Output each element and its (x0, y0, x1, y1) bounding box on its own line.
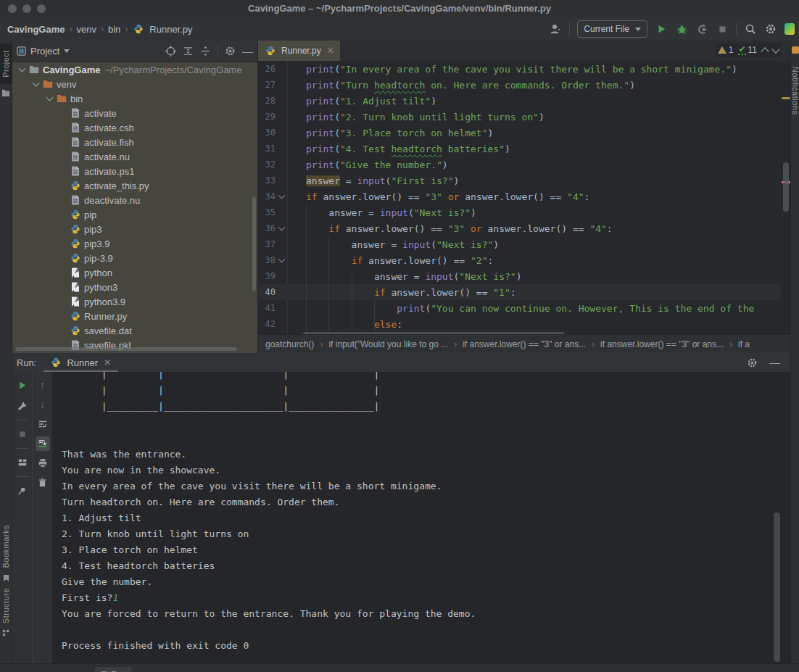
code-line-31[interactable]: 31print("4. Test headtorch batteries") (258, 141, 781, 157)
close-run-tab-icon[interactable]: ✕ (104, 357, 111, 368)
tree-item-runner-py[interactable]: Runner.py (12, 309, 257, 323)
chevron-down-icon[interactable] (44, 97, 55, 100)
tree-item-activate[interactable]: activate (12, 106, 257, 120)
warning-stripe-mark[interactable] (782, 97, 790, 99)
tree-item-pip3[interactable]: pip3 (12, 222, 257, 236)
tree-item-savefile-dat[interactable]: savefile.dat (12, 323, 257, 338)
tool-stripe-project-button[interactable]: Project (0, 43, 12, 84)
panel-settings-gear-icon[interactable] (225, 46, 236, 57)
status-bar-item-problems[interactable]: Problems (367, 668, 410, 672)
fold-region-icon[interactable] (276, 259, 287, 262)
code-line-27[interactable]: 27print("Turn headtorch on. Here are com… (258, 77, 781, 93)
tool-stripe-structure-button[interactable]: Structure (1, 588, 10, 623)
tree-item-activate-ps1[interactable]: activate.ps1 (12, 164, 257, 178)
breadcrumb-venv[interactable]: venv (76, 24, 96, 35)
code-editor[interactable]: 26print("In every area of the cave you v… (258, 61, 781, 335)
stop-button[interactable] (716, 22, 729, 36)
editor-breadcrumb-item[interactable]: goatchurch() (265, 339, 314, 349)
tree-item-activate-this-py[interactable]: activate_this.py (12, 178, 257, 193)
pin-tab-icon[interactable] (15, 484, 30, 498)
code-line-30[interactable]: 30print("3. Place torch on helmet") (258, 125, 781, 141)
code-line-36[interactable]: 36 if answer.lower() == "3" or answer.lo… (258, 220, 781, 236)
scroll-to-end-icon[interactable] (36, 436, 50, 451)
hide-run-panel-button[interactable]: — (769, 359, 780, 366)
status-bar-item-python-console[interactable]: Python Console (285, 668, 352, 672)
tree-item-pip[interactable]: pip (12, 207, 257, 222)
collapse-all-icon[interactable] (200, 46, 211, 57)
project-tree-vertical-scrollbar[interactable] (252, 196, 256, 291)
code-line-28[interactable]: 28print("1. Adjust tilt") (258, 93, 781, 109)
soft-wrap-icon[interactable] (36, 417, 50, 431)
editor-breadcrumb-item[interactable]: if answer.lower() == "3" or ans... (600, 339, 724, 349)
code-with-me-icon[interactable] (784, 22, 795, 36)
status-bar-item-version-control[interactable]: Version Control (15, 668, 79, 672)
next-problem-icon[interactable] (771, 45, 779, 53)
breadcrumb-bin[interactable]: bin (108, 24, 120, 35)
code-line-42[interactable]: 42 else: (258, 316, 781, 332)
tree-item-activate-nu[interactable]: activate.nu (12, 149, 257, 164)
hide-panel-button[interactable]: — (242, 48, 253, 55)
run-with-coverage-button[interactable] (695, 22, 708, 36)
expand-all-icon[interactable] (183, 46, 194, 57)
editor-vertical-scrollbar[interactable] (783, 162, 789, 212)
user-account-icon[interactable] (549, 22, 562, 36)
tool-stripe-notifications-button[interactable]: Notifications (791, 67, 799, 115)
stop-process-button[interactable] (15, 427, 30, 441)
code-line-41[interactable]: 41 print("You can now continue on. Howev… (258, 300, 781, 316)
code-line-38[interactable]: 38 if answer.lower() == "2": (258, 252, 781, 268)
status-bar-item-terminal[interactable]: Terminal (427, 668, 468, 672)
code-line-37[interactable]: 37 answer = input("Next is?") (258, 236, 781, 252)
fold-region-icon[interactable] (276, 195, 287, 198)
chevron-down-icon[interactable] (64, 49, 70, 53)
locate-file-icon[interactable] (165, 46, 176, 57)
up-stack-trace-icon[interactable]: ↑ (36, 378, 50, 392)
tree-item-bin[interactable]: bin (12, 91, 257, 106)
status-bar-item-todo[interactable]: TODO (236, 668, 269, 672)
tree-item-venv[interactable]: venv (12, 77, 257, 91)
chevron-down-icon[interactable] (17, 68, 28, 71)
run-settings-gear-icon[interactable] (747, 357, 758, 368)
code-line-26[interactable]: 26print("In every area of the cave you v… (258, 61, 781, 77)
tree-item-activate-fish[interactable]: activate.fish (12, 135, 257, 149)
project-tree-horizontal-scrollbar[interactable] (15, 347, 237, 351)
fold-region-icon[interactable] (276, 227, 287, 230)
status-bar-item-python-packages[interactable]: Python Packages (147, 668, 220, 672)
editor-breadcrumb-item[interactable]: if input("Would you like to go ... (328, 339, 448, 349)
tool-stripe-bookmarks-button[interactable]: Bookmarks (1, 525, 10, 568)
breadcrumb-project[interactable]: CavingGame (7, 24, 65, 35)
tree-item-deactivate-nu[interactable]: deactivate.nu (12, 193, 257, 207)
tree-item-pip-3-9[interactable]: pip-3.9 (12, 251, 257, 265)
restore-layout-icon[interactable] (15, 455, 30, 470)
notification-icon[interactable] (792, 46, 799, 54)
run-button[interactable] (655, 22, 668, 36)
project-panel-title[interactable]: Project (30, 46, 59, 57)
code-line-33[interactable]: 33answer = input("First is?") (258, 173, 781, 188)
down-stack-trace-icon[interactable]: ↓ (36, 397, 50, 412)
close-tab-icon[interactable]: ✕ (327, 46, 334, 56)
run-console-output[interactable]: | | | | | | | | |_________|_____________… (51, 372, 771, 663)
code-line-35[interactable]: 35 answer = input("Next is?") (258, 204, 781, 220)
tree-item-python3[interactable]: python3 (12, 280, 257, 294)
inspections-widget[interactable]: 1 ✔ 11 (715, 43, 782, 57)
editor-breadcrumb-item[interactable]: if answer.lower() == "3" or ans... (463, 339, 586, 349)
tree-item-python3-9[interactable]: python3.9 (12, 294, 257, 309)
editor-breadcrumb-item[interactable]: if a (738, 339, 750, 349)
breadcrumb-file[interactable]: Runner.py (149, 24, 192, 35)
chevron-down-icon[interactable] (30, 83, 41, 86)
code-line-39[interactable]: 39 answer = input("Next is?") (258, 268, 781, 284)
editor-tab-runner[interactable]: Runner.py ✕ (258, 41, 340, 61)
search-everywhere-icon[interactable] (744, 22, 757, 36)
rerun-button[interactable] (15, 378, 30, 392)
settings-gear-icon[interactable] (764, 22, 777, 36)
status-bar-item-services[interactable]: Services (483, 668, 523, 672)
code-line-29[interactable]: 29print("2. Turn knob until light turns … (258, 109, 781, 125)
debug-button[interactable] (675, 22, 688, 36)
edit-configuration-wrench-icon[interactable] (15, 399, 30, 413)
console-vertical-scrollbar[interactable] (774, 513, 780, 662)
print-icon[interactable] (36, 456, 50, 470)
code-line-34[interactable]: 34if answer.lower() == "3" or answer.low… (258, 188, 781, 204)
tree-item-cavinggame[interactable]: CavingGame~/PycharmProjects/CavingGame (12, 62, 257, 77)
tree-item-pip3-9[interactable]: pip3.9 (12, 236, 257, 251)
code-line-40[interactable]: 40 if answer.lower() == "1": (258, 284, 781, 300)
run-tab-runner[interactable]: Runner ✕ (46, 353, 114, 372)
